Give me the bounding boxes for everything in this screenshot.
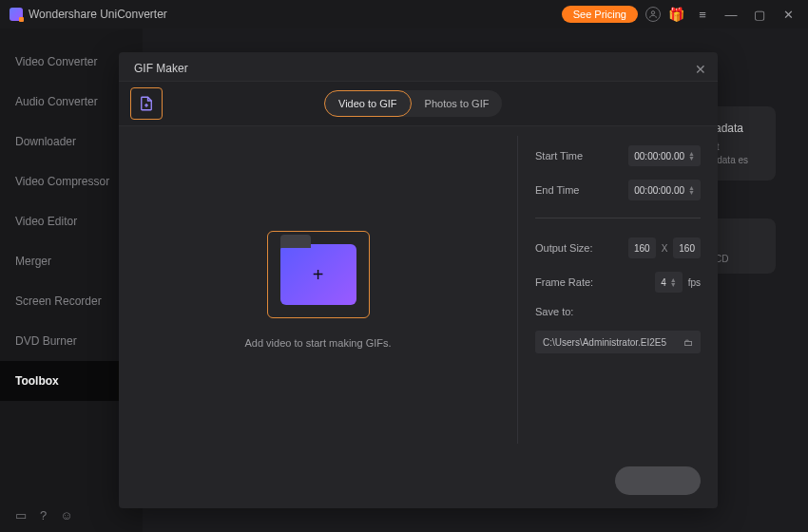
title-right: See Pricing 🎁 ≡ — ▢ ✕ — [562, 4, 798, 25]
row-end-time: End Time 00:00:00.00 ▲▼ — [535, 180, 701, 200]
end-time-label: End Time — [535, 184, 579, 196]
settings-panel: Start Time 00:00:00.00 ▲▼ End Time 00:00… — [518, 126, 718, 453]
modal-footer — [119, 453, 718, 508]
start-time-label: Start Time — [535, 150, 583, 162]
tab-photos-to-gif[interactable]: Photos to GIF — [412, 90, 503, 117]
add-file-button[interactable] — [130, 87, 163, 120]
folder-plus-icon: + — [280, 244, 356, 305]
app-logo-icon — [10, 8, 23, 21]
app-title: Wondershare UniConverter — [29, 8, 167, 21]
x-separator: X — [662, 243, 668, 254]
stepper-icon[interactable]: ▲▼ — [688, 185, 695, 195]
stepper-icon[interactable]: ▲▼ — [688, 151, 695, 161]
start-time-input[interactable]: 00:00:00.00 ▲▼ — [628, 145, 701, 166]
folder-open-icon[interactable]: 🗀 — [683, 337, 693, 348]
add-file-icon — [138, 95, 155, 112]
account-icon[interactable] — [645, 7, 661, 22]
maximize-icon[interactable]: ▢ — [749, 4, 770, 25]
gift-icon[interactable]: 🎁 — [668, 7, 684, 22]
tab-group: Video to GIF Photos to GIF — [324, 90, 502, 117]
save-to-label: Save to: — [535, 306, 701, 317]
modal-toolbar: Video to GIF Photos to GIF — [119, 81, 718, 126]
title-left: Wondershare UniConverter — [10, 8, 167, 21]
row-output-size: Output Size: 160 X 160 — [535, 238, 701, 258]
close-icon[interactable]: ✕ — [778, 4, 798, 25]
create-gif-button[interactable] — [615, 466, 701, 495]
drop-area: + Add video to start making GIFs. — [119, 136, 518, 444]
fps-unit: fps — [688, 277, 701, 288]
modal-body: + Add video to start making GIFs. Start … — [119, 126, 718, 453]
drop-hint-text: Add video to start making GIFs. — [244, 337, 391, 349]
tab-video-to-gif[interactable]: Video to GIF — [324, 90, 412, 117]
titlebar: Wondershare UniConverter See Pricing 🎁 ≡… — [0, 0, 808, 28]
save-path-field[interactable]: C:\Users\Administrator.EI2E5 🗀 — [535, 331, 701, 353]
row-frame-rate: Frame Rate: 4 ▲▼ fps — [535, 272, 701, 293]
modal-close-icon[interactable]: ✕ — [695, 62, 706, 77]
row-start-time: Start Time 00:00:00.00 ▲▼ — [535, 145, 701, 166]
frame-rate-input[interactable]: 4 ▲▼ — [655, 272, 683, 293]
stepper-icon[interactable]: ▲▼ — [670, 277, 677, 287]
modal-title: GIF Maker — [119, 52, 718, 81]
save-path-text: C:\Users\Administrator.EI2E5 — [543, 337, 666, 348]
output-height-input[interactable]: 160 — [673, 238, 701, 258]
end-time-input[interactable]: 00:00:00.00 ▲▼ — [628, 180, 701, 200]
add-video-drop-target[interactable]: + — [267, 231, 370, 318]
settings-divider — [535, 218, 701, 218]
svg-point-0 — [651, 11, 654, 14]
minimize-icon[interactable]: — — [721, 4, 741, 25]
menu-icon[interactable]: ≡ — [692, 4, 713, 25]
output-size-label: Output Size: — [535, 242, 593, 254]
see-pricing-button[interactable]: See Pricing — [562, 6, 638, 23]
gif-maker-modal: GIF Maker ✕ Video to GIF Photos to GIF +… — [119, 52, 718, 508]
output-width-input[interactable]: 160 — [628, 238, 656, 258]
frame-rate-label: Frame Rate: — [535, 276, 593, 288]
